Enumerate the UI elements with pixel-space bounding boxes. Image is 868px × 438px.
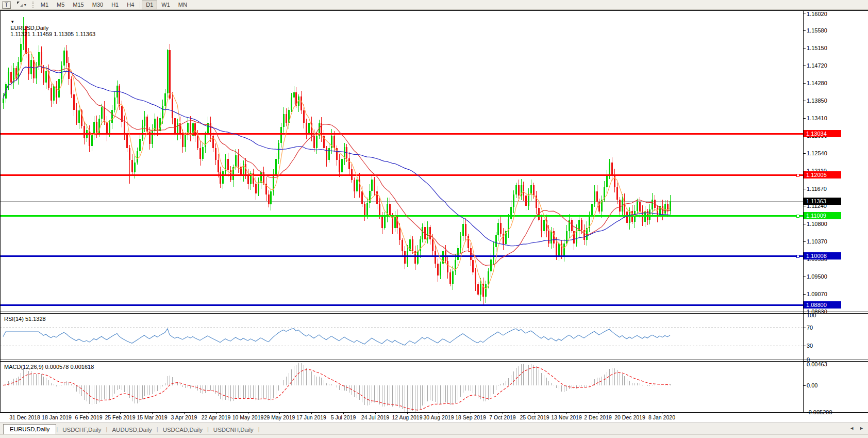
date-label: 6 Feb 2019	[75, 414, 102, 420]
date-label: 12 Aug 2019	[392, 414, 423, 420]
timeframe-button-m30[interactable]: M30	[88, 1, 107, 9]
date-label: 25 Oct 2019	[520, 414, 549, 420]
axis-separator	[803, 10, 804, 413]
rsi-tick-label: 30	[807, 342, 813, 349]
price-tick-label: 1.15150	[807, 44, 827, 52]
frame-top-border	[0, 10, 868, 11]
rsi-label: RSI(14) 51.1328	[4, 316, 46, 322]
date-label: 7 Oct 2019	[489, 414, 515, 420]
rsi-tick-label: 100	[807, 312, 816, 319]
hline-price-tag: 1.13034	[804, 130, 841, 137]
hline-price-tag: 1.08800	[804, 301, 841, 309]
price-tick-dash	[803, 153, 806, 154]
date-label: 31 Dec 2018	[9, 414, 40, 420]
timeframe-button-h1[interactable]: H1	[107, 1, 123, 9]
rsi-tick-dash	[803, 360, 806, 360]
price-tick-dash	[803, 294, 806, 295]
tab-usdcnh[interactable]: USDCNH,Daily	[209, 425, 258, 434]
price-tick-dash	[803, 118, 806, 119]
price-tick-label: 1.12540	[807, 150, 827, 157]
macd-indicator-canvas[interactable]	[0, 362, 803, 412]
macd-tick-label: -0.005299	[807, 409, 832, 416]
date-label: 15 Mar 2019	[137, 414, 168, 420]
diagonal-arrows-icon	[16, 1, 23, 8]
price-tick-label: 1.15580	[807, 27, 827, 34]
chevron-down-icon: ▾	[24, 3, 26, 7]
timeframe-button-m1[interactable]: M1	[37, 1, 53, 9]
tab-scroll-left-icon[interactable]: ◄	[849, 426, 854, 431]
price-tick-label: 1.11670	[807, 185, 827, 192]
price-tick-dash	[803, 189, 806, 189]
hline-price-tag: 1.11009	[804, 212, 841, 219]
hline-price-tag: 1.10008	[804, 252, 841, 259]
chart-dropdown-icon[interactable]: ▼	[10, 20, 14, 24]
macd-tick-dash	[803, 362, 806, 362]
macd-bottom-border	[0, 412, 868, 413]
price-tick-label: 1.13850	[807, 97, 827, 104]
main-bottom-border	[0, 312, 868, 312]
frame-left-border	[0, 10, 1, 413]
price-tick-dash	[803, 83, 806, 84]
toolbar-grip[interactable]	[32, 2, 34, 8]
date-label: 22 Apr 2019	[202, 414, 231, 420]
price-tick-dash	[803, 101, 806, 101]
date-label: 8 Jan 2020	[648, 414, 675, 420]
chart-title: ▼ EURUSD,Daily 1.11321 1.11459 1.11305 1…	[4, 12, 95, 43]
toolbar-separator	[140, 2, 140, 8]
current-price-tag: 1.11363	[804, 198, 841, 205]
rsi-tick-dash	[803, 346, 806, 346]
hline-price-tag: 1.12005	[804, 171, 841, 179]
tab-scroll-right-icon[interactable]: ►	[859, 426, 864, 431]
tab-eurusd[interactable]: EURUSD,Daily	[3, 424, 56, 434]
date-label: 30 Aug 2019	[424, 414, 454, 420]
macd-tick-label: 0.00	[807, 382, 817, 389]
macd-tick-label: 0.00463	[807, 361, 827, 368]
price-tick-label: 1.09070	[807, 290, 827, 298]
price-tick-label: 1.10370	[807, 238, 827, 245]
price-tick-label: 1.09500	[807, 273, 827, 280]
price-tick-dash	[803, 30, 806, 31]
rsi-top-border	[0, 313, 868, 314]
rsi-tick-dash	[803, 314, 806, 314]
timeframe-button-d1[interactable]: D1	[142, 1, 157, 9]
price-tick-dash	[803, 224, 806, 224]
timeframe-button-h4[interactable]: H4	[123, 1, 138, 9]
timeframe-button-m15[interactable]: M15	[69, 1, 88, 9]
tab-audusd[interactable]: AUDUSD,Daily	[107, 425, 156, 434]
date-label: 5 Jul 2019	[331, 414, 356, 420]
price-tick-label: 1.10800	[807, 220, 827, 228]
timeframe-button-mn[interactable]: MN	[174, 1, 191, 9]
macd-tick-dash	[803, 385, 806, 386]
rsi-indicator-canvas[interactable]	[0, 314, 803, 360]
price-tick-dash	[803, 48, 806, 48]
rsi-tick-dash	[803, 328, 806, 328]
price-tick-dash	[803, 241, 806, 242]
text-tool-button[interactable]: T	[2, 1, 11, 9]
macd-tick-dash	[803, 412, 806, 413]
chart-symbol-label: EURUSD,Daily	[10, 25, 48, 31]
timeframe-button-w1[interactable]: W1	[157, 1, 174, 9]
price-tick-dash	[803, 13, 806, 13]
price-tick-dash	[803, 277, 806, 277]
date-label: 13 Nov 2019	[551, 414, 582, 420]
tab-usdchf[interactable]: USDCHF,Daily	[58, 425, 106, 434]
toolbar: T ▾ M1M5M15M30H1H4D1W1MN	[0, 0, 868, 10]
date-label: 17 Jun 2019	[296, 414, 326, 420]
main-chart-canvas[interactable]	[0, 10, 803, 312]
timeframe-button-m5[interactable]: M5	[53, 1, 69, 9]
price-tick-label: 1.14720	[807, 62, 827, 69]
cursor-tool-button[interactable]: ▾	[12, 1, 30, 9]
date-label: 25 Feb 2019	[105, 414, 136, 420]
tab-usdcad[interactable]: USDCAD,Daily	[158, 425, 207, 434]
price-tick-label: 1.13410	[807, 115, 827, 122]
tab-separator: |	[258, 426, 260, 434]
chart-ohlc-values: 1.11321 1.11459 1.11305 1.11363	[10, 31, 95, 37]
macd-label: MACD(12,26,9) 0.000578 0.001618	[4, 364, 94, 370]
price-tick-dash	[803, 312, 806, 312]
tab-scroll-controls: ◄ ►	[849, 426, 864, 431]
date-label: 10 May 2019	[232, 414, 264, 420]
price-tick-dash	[803, 206, 806, 206]
date-label: 29 May 2019	[264, 414, 295, 420]
chart-tab-bar: EURUSD,Daily|USDCHF,Daily|AUDUSD,Daily|U…	[0, 423, 868, 434]
date-label: 2 Dec 2019	[584, 414, 612, 420]
